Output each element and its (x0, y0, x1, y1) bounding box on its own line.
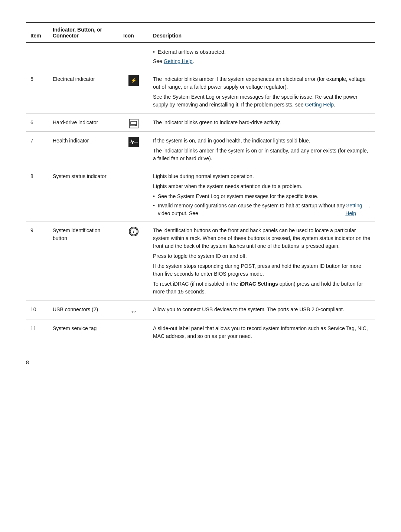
svg-point-2 (135, 125, 136, 126)
table-row: 6Hard-drive indicatorThe indicator blink… (26, 114, 375, 132)
description-text: To reset iDRAC (if not disabled in the i… (153, 280, 371, 296)
description-text: The identification buttons on the front … (153, 227, 371, 250)
getting-help-link[interactable]: Getting Help (305, 102, 334, 108)
table-row: 5Electrical indicator⚡The indicator blin… (26, 70, 375, 114)
icon-cell (119, 114, 149, 132)
indicator-name: Hard-drive indicator (48, 114, 119, 132)
description-text: Lights blue during normal system operati… (153, 173, 371, 180)
description-text: Press to toggle the system ID on and off… (153, 252, 371, 260)
item-number (26, 43, 48, 70)
table-row: 10USB connectors (2)↔Allow you to connec… (26, 301, 375, 319)
item-number: 6 (26, 114, 48, 132)
indicator-name (48, 43, 119, 70)
item-number: 5 (26, 70, 48, 114)
description-text: If the system is on, and in good health,… (153, 137, 371, 145)
indicator-name: System status indicator (48, 167, 119, 221)
description-cell: The identification buttons on the front … (149, 221, 375, 301)
indicator-name: System service tag (48, 319, 119, 345)
description-cell: The indicator blinks green to indicate h… (149, 114, 375, 132)
page-number: 8 (26, 359, 375, 365)
description-cell: The indicator blinks amber if the system… (149, 70, 375, 114)
description-text: A slide-out label panel that allows you … (153, 325, 371, 340)
description-cell: External airflow is obstructed.See Getti… (149, 43, 375, 70)
indicator-name: System identificationbutton (48, 221, 119, 301)
description-cell: Allow you to connect USB devices to the … (149, 301, 375, 319)
item-number: 11 (26, 319, 48, 345)
description-text: The indicator blinks green to indicate h… (153, 119, 371, 127)
description-text: If the system stops responding during PO… (153, 262, 371, 278)
item-number: 8 (26, 167, 48, 221)
description-cell: A slide-out label panel that allows you … (149, 319, 375, 345)
item-number: 7 (26, 132, 48, 167)
col-header-icon: Icon (119, 23, 149, 43)
description-text: Allow you to connect USB devices to the … (153, 306, 371, 313)
table-row: 11System service tagA slide-out label pa… (26, 319, 375, 345)
indicator-name: USB connectors (2) (48, 301, 119, 319)
indicator-name: Electrical indicator (48, 70, 119, 114)
description-text: See the System Event Log or system messa… (153, 93, 371, 109)
icon-cell: ⚡ (119, 70, 149, 114)
table-row: 7Health indicatorIf the system is on, an… (26, 132, 375, 167)
list-item: See the System Event Log or system messa… (153, 193, 371, 200)
table-row: 9System identificationbuttoniThe identif… (26, 221, 375, 301)
icon-cell (119, 132, 149, 167)
list-item: Invalid memory configurations can cause … (153, 202, 371, 217)
description-cell: If the system is on, and in good health,… (149, 132, 375, 167)
col-header-indicator: Indicator, Button, or Connector (48, 23, 119, 43)
icon-cell: ↔ (119, 301, 149, 319)
icon-cell (119, 319, 149, 345)
description-text: The indicator blinks amber if the system… (153, 75, 371, 91)
table-row: External airflow is obstructed.See Getti… (26, 43, 375, 70)
icon-cell (119, 43, 149, 70)
getting-help-link[interactable]: Getting Help (164, 58, 193, 64)
svg-text:i: i (133, 229, 134, 234)
col-header-item: Item (26, 23, 48, 43)
description-text: See Getting Help. (153, 58, 371, 65)
description-text: Lights amber when the system needs atten… (153, 183, 371, 190)
indicator-name: Health indicator (48, 132, 119, 167)
svg-rect-0 (131, 121, 137, 126)
item-number: 9 (26, 221, 48, 301)
description-cell: Lights blue during normal system operati… (149, 167, 375, 221)
item-number: 10 (26, 301, 48, 319)
list-item: External airflow is obstructed. (153, 48, 371, 56)
icon-cell (119, 167, 149, 221)
icon-cell: i (119, 221, 149, 301)
col-header-description: Description (149, 23, 375, 43)
table-row: 8System status indicatorLights blue duri… (26, 167, 375, 221)
getting-help-link[interactable]: Getting Help (345, 202, 369, 217)
description-text: The indicator blinks amber if the system… (153, 147, 371, 162)
